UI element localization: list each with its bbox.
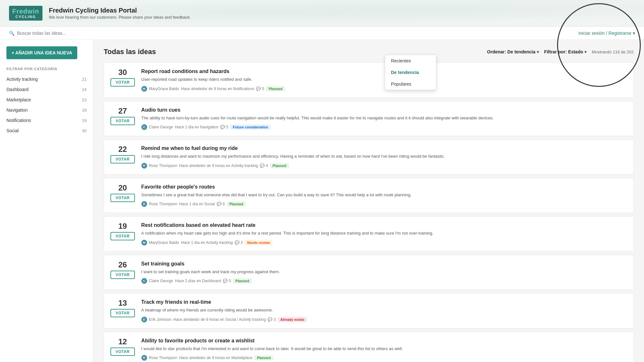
vote-section: 20 VOTAR [110,184,135,202]
idea-meta: C Claire George Hace 1 día en Navigation… [141,124,627,130]
category-count: 30 [82,128,87,133]
search-bar: 🔍 Iniciar sesión / Registrarse ▾ [0,27,644,40]
category-name: Notifications [6,118,31,123]
idea-body: Set training goals I want to set trainin… [141,261,627,284]
idea-meta: R Rose Thompson Hace alrededor de 9 hora… [141,163,627,169]
sidebar-category-item[interactable]: Navigation29 [0,105,93,115]
sort-label: Ordenar: [487,49,506,54]
sidebar-category-item[interactable]: Social30 [0,125,93,136]
vote-section: 22 VOTAR [110,145,135,163]
sort-button[interactable]: Ordenar: De tendencia ▾ [487,49,539,54]
content-area: Todas las ideas Ordenar: De tendencia ▾ … [93,40,644,362]
avatar: R [141,201,147,207]
sort-dropdown-menu: RecientesDe tendenciaPopulares [385,55,436,90]
vote-button[interactable]: VOTAR [110,271,135,279]
vote-button[interactable]: VOTAR [110,78,135,87]
vote-count: 20 [118,184,127,192]
vote-section: 30 VOTAR [110,69,135,87]
sidebar-category-item[interactable]: Activity tracking21 [0,74,93,84]
avatar: M [141,240,147,246]
comment-count: 💬 3 [235,240,243,245]
sidebar-category-item[interactable]: Dashboard24 [0,84,93,95]
idea-description: I would like to star products that I'm i… [141,346,627,352]
idea-time: Hace alrededor de 9 horas en Social / Ac… [173,317,266,322]
vote-section: 12 VOTAR [110,338,135,356]
idea-title: Ability to favorite products or create a… [141,338,627,344]
sidebar-category-item[interactable]: Marketplace23 [0,95,93,105]
category-name: Dashboard [6,87,29,92]
idea-meta: R Rose Thompson Hace 1 día en Social 💬 6… [141,201,627,207]
sort-option[interactable]: De tendencia [385,67,436,78]
comment-count: 💬 5 [223,279,231,283]
vote-section: 27 VOTAR [110,107,135,125]
idea-meta: E Erik Johnson Hace alrededor de 9 horas… [141,317,627,322]
category-count: 24 [82,87,87,92]
table-row: 12 VOTAR Ability to favorite products or… [104,332,634,362]
idea-author: Erik Johnson [149,317,171,322]
filter-button[interactable]: Filtrar por: Estado ▾ [544,49,587,54]
sidebar: + AÑADIR UNA IDEA NUEVA FILTRAR POR CATE… [0,40,93,362]
table-row: 22 VOTAR Remind me when to fuel during m… [104,139,634,175]
status-badge: Already exists [278,317,307,322]
vote-button[interactable]: VOTAR [110,155,135,163]
idea-author: Rose Thompson [149,356,177,360]
table-row: 26 VOTAR Set training goals I want to se… [104,255,634,290]
site-subtitle: We love hearing from our customers. Plea… [49,15,191,20]
idea-body: Favorite other people's routes Sometimes… [141,184,627,207]
idea-meta: M MaryGrace Baldo Hace 1 día en Activity… [141,240,627,246]
status-badge: Planned [266,86,285,91]
sort-option[interactable]: Populares [385,78,436,90]
idea-author: MaryGrace Baldo [149,87,179,91]
comment-count: 💬 3 [268,317,276,322]
vote-button[interactable]: VOTAR [110,348,135,356]
comment-count: 💬 5 [256,87,264,91]
avatar: C [141,124,147,130]
vote-count: 26 [118,261,127,269]
idea-title: Favorite other people's routes [141,184,627,190]
logo-top: Fredwin [12,8,39,15]
avatar: E [141,317,147,322]
idea-description: I ride long distances and want to maximi… [141,153,627,160]
idea-title: Track my friends in real-time [141,299,627,305]
idea-description: A notification when my heart rate gets t… [141,230,627,237]
idea-body: Ability to favorite products or create a… [141,338,627,361]
signin-link[interactable]: Iniciar sesión / Registrarse ▾ [578,31,635,36]
filter-category-label: FILTRAR POR CATEGORÍA [0,67,93,74]
idea-author: Claire George [149,279,173,283]
logo: Fredwin CYCLING [9,6,43,21]
vote-button[interactable]: VOTAR [110,194,135,202]
sort-value: De tendencia [507,49,535,54]
idea-meta: M MaryGrace Baldo Hace alrededor de 9 ho… [141,86,627,92]
sidebar-category-item[interactable]: Notifications19 [0,115,93,125]
idea-description: The ability to have turn-by-turn audio c… [141,115,627,121]
idea-meta: R Rose Thompson Hace alrededor de 9 hora… [141,355,627,361]
search-icon: 🔍 [9,31,14,36]
idea-author: Rose Thompson [149,202,177,206]
avatar: C [141,278,147,284]
content-title: Todas las ideas [104,48,156,56]
vote-button[interactable]: VOTAR [110,309,135,317]
site-title: Fredwin Cycling Ideas Portal [49,7,191,14]
idea-meta: C Claire George Hace 2 días en Dashboard… [141,278,627,284]
vote-button[interactable]: VOTAR [110,232,135,240]
vote-count: 13 [118,299,127,307]
vote-button[interactable]: VOTAR [110,117,135,125]
category-count: 29 [82,108,87,113]
filter-value: Estado [568,49,583,54]
table-row: 19 VOTAR Rest notifications based on ele… [104,216,634,252]
idea-time: Hace 1 día en Navigation [175,125,218,129]
idea-author: Rose Thompson [149,163,177,168]
idea-time: Hace 1 día en Social [179,202,215,206]
status-badge: Planned [254,355,273,360]
sort-option[interactable]: Recientes [385,55,436,67]
avatar: R [141,163,147,169]
status-badge: Needs review [245,240,272,245]
add-idea-button[interactable]: + AÑADIR UNA IDEA NUEVA [6,46,77,59]
category-name: Social [6,128,19,133]
controls: Ordenar: De tendencia ▾ Filtrar por: Est… [487,49,634,54]
main-layout: + AÑADIR UNA IDEA NUEVA FILTRAR POR CATE… [0,40,644,362]
search-input[interactable] [17,31,114,36]
idea-description: I want to set training goals each week a… [141,269,627,275]
idea-description: A heatmap of where my friends are curren… [141,307,627,313]
vote-count: 30 [118,69,127,76]
